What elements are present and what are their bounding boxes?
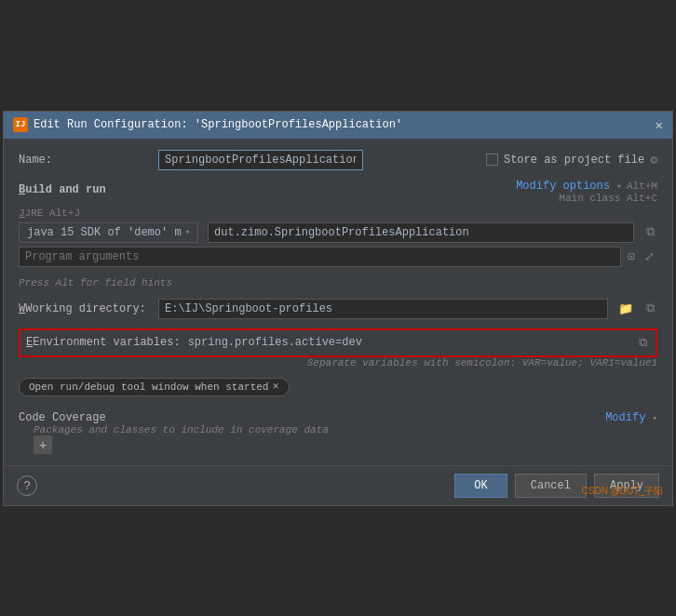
env-copy-icon[interactable]: ⧉ [636, 334, 650, 352]
code-coverage-header: Code Coverage Modify ▾ [19, 411, 657, 424]
code-coverage-modify: Modify ▾ [605, 411, 657, 424]
sdk-dropdown[interactable]: java 15 SDK of 'demo' m ▾ [19, 222, 198, 243]
working-dir-input[interactable] [158, 299, 608, 319]
expand-full-icon[interactable]: ⤢ [642, 248, 657, 266]
working-dir-label: WWorking directory: [19, 302, 149, 315]
name-label: Name: [19, 154, 149, 167]
chevron-down-icon: ▾ [616, 182, 627, 192]
name-input[interactable] [158, 150, 363, 170]
tags-row: Open run/debug tool window when started … [19, 378, 657, 396]
env-vars-input[interactable] [188, 336, 629, 349]
build-run-section: Build and run Modify options ▾ Alt+M Mai… [19, 180, 657, 267]
coverage-modify-link[interactable]: Modify [605, 411, 645, 424]
title-bar: IJ Edit Run Configuration: 'SpringbootPr… [4, 112, 672, 139]
add-package-button[interactable]: + [34, 435, 52, 454]
tag-close-button[interactable]: × [272, 381, 278, 394]
store-checkbox[interactable] [486, 154, 498, 166]
packages-hint: Packages and classes to include in cover… [34, 424, 657, 435]
dialog-body: Name: Store as project file ⚙ Build and … [4, 139, 672, 465]
watermark: CSDN @DUT_子阳 [582, 485, 663, 498]
sdk-value: java 15 SDK of 'demo' m [27, 226, 182, 239]
main-class-input[interactable] [208, 222, 634, 243]
store-checkbox-row: Store as project file ⚙ [486, 153, 657, 167]
ok-button[interactable]: OK [454, 474, 507, 498]
main-class-hint: Main class Alt+C [516, 193, 657, 204]
tag-label: Open run/debug tool window when started [29, 382, 268, 393]
code-coverage-section: Code Coverage Modify ▾ Packages and clas… [19, 406, 657, 454]
working-dir-row: WWorking directory: 📁 ⧉ [19, 299, 657, 319]
title-bar-left: IJ Edit Run Configuration: 'SpringbootPr… [13, 117, 402, 132]
footer-left: ? [17, 475, 37, 496]
env-vars-section: EEnvironment variables: ⧉ Separate varia… [19, 328, 657, 368]
hint-text: Press Alt for field hints [19, 276, 657, 289]
copy-dir-icon[interactable]: ⧉ [643, 300, 657, 317]
sdk-row: java 15 SDK of 'demo' m ▾ ⧉ [19, 222, 657, 243]
help-button[interactable]: ? [17, 475, 37, 496]
store-label: Store as project file [504, 154, 644, 167]
folder-icon[interactable]: 📁 [615, 300, 636, 318]
debug-tool-tag: Open run/debug tool window when started … [19, 378, 290, 396]
modify-block: Modify options ▾ Alt+M Main class Alt+C [516, 180, 657, 204]
jre-row: JJRE Alt+J [19, 208, 657, 219]
close-button[interactable]: ✕ [656, 117, 663, 133]
run-config-dialog: IJ Edit Run Configuration: 'SpringbootPr… [3, 111, 673, 506]
program-args-input[interactable] [19, 247, 621, 267]
dialog-title: Edit Run Configuration: 'SpringbootProfi… [34, 118, 402, 131]
copy-icon[interactable]: ⧉ [643, 223, 657, 241]
jre-label: JJRE Alt+J [19, 208, 80, 219]
env-vars-box: EEnvironment variables: ⧉ [19, 328, 657, 357]
dialog-footer: ? OK Cancel Apply [4, 465, 672, 505]
modify-options-link[interactable]: Modify options [516, 180, 610, 193]
expand-icon[interactable]: ⊡ [625, 248, 638, 266]
gear-icon[interactable]: ⚙ [650, 153, 657, 167]
code-coverage-title: Code Coverage [19, 411, 106, 424]
build-run-label: Build and run [19, 183, 106, 196]
separator-hint: Separate variables with semicolon: VAR=v… [19, 357, 657, 368]
coverage-chevron-icon: ▾ [653, 414, 657, 423]
sdk-chevron-icon: ▾ [185, 227, 190, 237]
cancel-button[interactable]: Cancel [515, 474, 587, 498]
modify-shortcut: Alt+M [627, 181, 657, 192]
name-row: Name: Store as project file ⚙ [19, 150, 657, 170]
build-run-header-row: Build and run Modify options ▾ Alt+M Mai… [19, 180, 657, 204]
prog-args-row: ⊡ ⤢ [19, 247, 657, 267]
intellij-icon: IJ [13, 117, 28, 132]
env-vars-label: EEnvironment variables: [26, 336, 181, 349]
